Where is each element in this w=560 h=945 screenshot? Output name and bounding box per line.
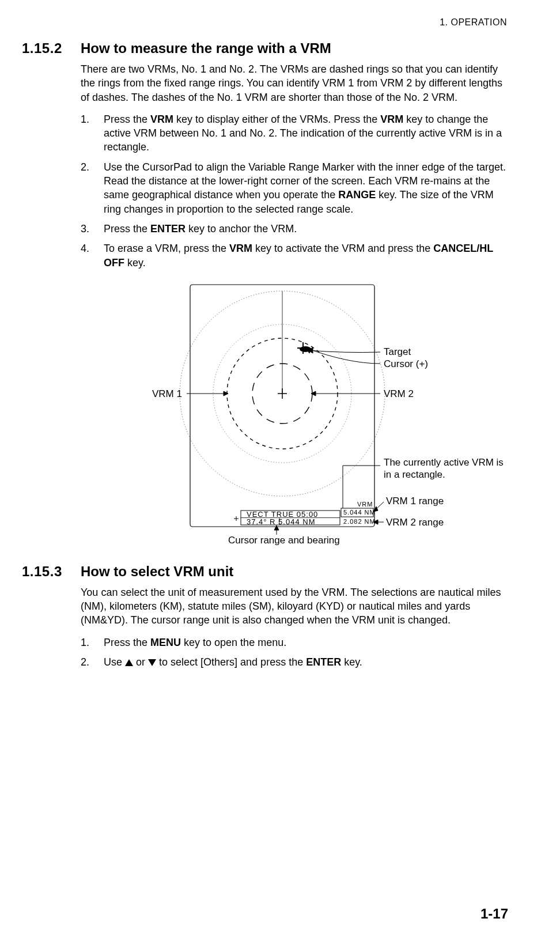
step-text: Press the bbox=[104, 114, 150, 125]
label-cursor-rb: Cursor range and bearing bbox=[228, 535, 340, 546]
section-number: 1.15.3 bbox=[22, 564, 81, 580]
step-text: key to anchor the VRM. bbox=[186, 223, 297, 235]
label-vrm2-range: VRM 2 range bbox=[386, 517, 444, 528]
svg-marker-22 bbox=[311, 391, 316, 396]
svg-marker-32 bbox=[148, 659, 156, 666]
step-text: key to open the menu. bbox=[181, 637, 286, 648]
readout-vrm-label: VRM bbox=[357, 501, 373, 508]
label-vrm1-range: VRM 1 range bbox=[386, 496, 444, 507]
step-item: Press the VRM key to display either of t… bbox=[81, 112, 508, 154]
section-title: How to select VRM unit bbox=[81, 564, 233, 580]
readout-vrm1-val: 5.044 NM bbox=[343, 509, 376, 516]
label-active-note: The currently active VRM is in a rectang… bbox=[384, 456, 510, 481]
key-name: VRM bbox=[229, 243, 252, 254]
step-text: to select [Others] and press the bbox=[156, 656, 306, 668]
label-target: Target bbox=[384, 346, 411, 358]
section-number: 1.15.2 bbox=[22, 40, 81, 56]
key-name: MENU bbox=[150, 637, 181, 648]
steps-list: Press the MENU key to open the menu. Use… bbox=[81, 636, 508, 670]
step-text: or bbox=[133, 656, 148, 668]
label-vrm2: VRM 2 bbox=[384, 388, 414, 400]
section-title: How to measure the range with a VRM bbox=[81, 40, 331, 56]
figure-vrm-diagram: Target Cursor (+) VRM 1 VRM 2 The curren… bbox=[115, 281, 553, 552]
step-item: Press the ENTER key to anchor the VRM. bbox=[81, 222, 508, 236]
key-name: VRM bbox=[150, 114, 173, 125]
triangle-down-icon bbox=[148, 659, 156, 666]
step-text: Press the bbox=[104, 637, 150, 648]
step-text: key to display either of the VRMs. Press… bbox=[173, 114, 380, 125]
step-text: key. bbox=[341, 656, 362, 668]
running-header: 1. OPERATION bbox=[22, 17, 508, 28]
step-text: Press the bbox=[104, 223, 150, 235]
intro-paragraph: There are two VRMs, No. 1 and No. 2. The… bbox=[81, 62, 508, 104]
step-text: key to activate the VRM and press the bbox=[252, 243, 433, 254]
step-text: To erase a VRM, press the bbox=[104, 243, 229, 254]
label-vrm1: VRM 1 bbox=[152, 388, 182, 400]
svg-marker-20 bbox=[224, 391, 228, 396]
svg-marker-30 bbox=[274, 526, 279, 530]
readout-vrm2-val: 2.082 NM bbox=[343, 518, 376, 525]
page-number: 1-17 bbox=[480, 906, 508, 922]
step-item: Use or to select [Others] and press the … bbox=[81, 655, 508, 669]
step-item: To erase a VRM, press the VRM key to act… bbox=[81, 241, 508, 270]
label-cursor: Cursor (+) bbox=[384, 358, 428, 370]
triangle-up-icon bbox=[125, 659, 133, 666]
key-name: RANGE bbox=[338, 189, 376, 201]
key-name: VRM bbox=[380, 114, 403, 125]
step-text: Use bbox=[104, 656, 125, 668]
intro-paragraph: You can select the unit of measurement u… bbox=[81, 585, 508, 628]
svg-marker-31 bbox=[125, 659, 133, 666]
step-item: Press the MENU key to open the menu. bbox=[81, 636, 508, 649]
key-name: ENTER bbox=[150, 223, 186, 235]
steps-list: Press the VRM key to display either of t… bbox=[81, 112, 508, 270]
step-text: key. bbox=[124, 257, 146, 269]
key-name: ENTER bbox=[306, 656, 341, 668]
step-item: Use the CursorPad to align the Variable … bbox=[81, 160, 508, 216]
readout-bearing-range: 37.4° R 5.044 NM bbox=[247, 517, 315, 526]
